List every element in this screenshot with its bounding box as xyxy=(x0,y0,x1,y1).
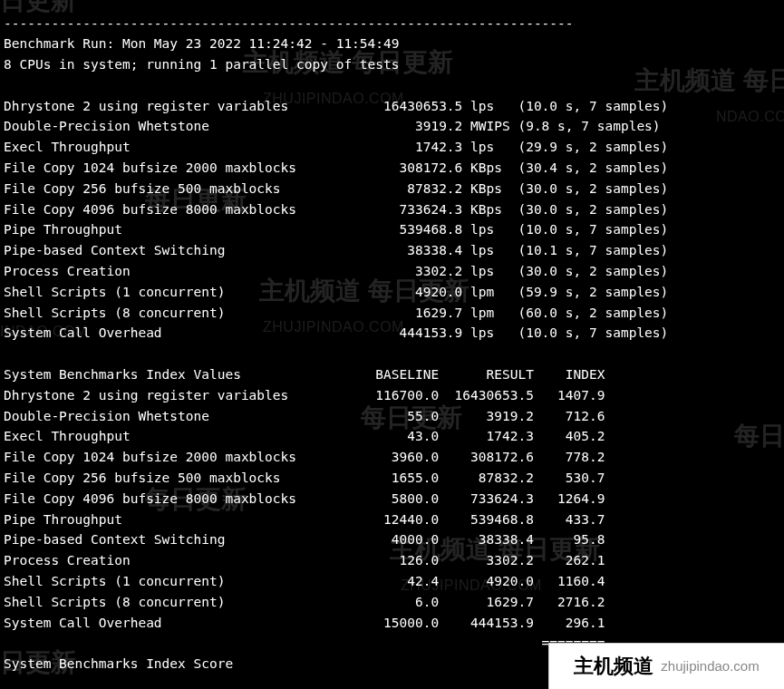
footer-title: 主机频道 xyxy=(574,656,653,677)
watermark-text: 每日更新 xyxy=(734,426,784,447)
benchmark-terminal-output: ----------------------------------------… xyxy=(4,14,668,675)
footer-badge: 主机频道 zhujipindao.com xyxy=(548,643,784,689)
watermark-url: NDAO.CO xyxy=(716,107,784,128)
watermark-text: 日更新 xyxy=(0,0,76,12)
footer-url: zhujipindao.com xyxy=(661,656,759,677)
